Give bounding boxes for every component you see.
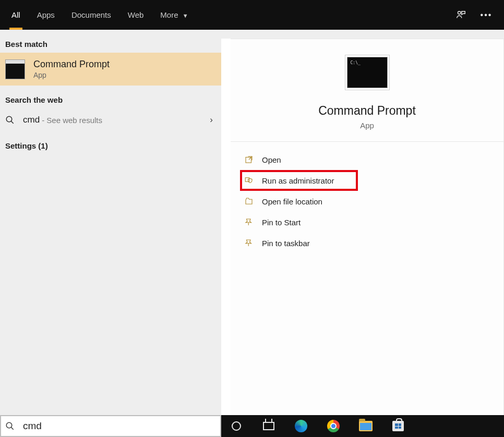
best-match-header: Best match — [0, 30, 221, 53]
web-result-row[interactable]: cmd - See web results › — [0, 108, 221, 131]
pin-icon — [244, 238, 262, 248]
command-prompt-icon — [5, 59, 25, 79]
action-open-location-label: Open file location — [262, 197, 322, 206]
best-match-result[interactable]: Command Prompt App — [0, 53, 221, 86]
best-match-title: Command Prompt — [33, 59, 110, 70]
actions-list: Open Run as administrator Open file loca… — [231, 142, 503, 253]
file-explorer-icon[interactable] — [357, 417, 375, 435]
chrome-icon[interactable] — [325, 417, 342, 435]
tab-web[interactable]: Web — [119, 0, 152, 30]
folder-icon — [244, 197, 262, 206]
tab-documents[interactable]: Documents — [63, 0, 119, 30]
action-pin-to-start[interactable]: Pin to Start — [242, 212, 503, 233]
action-open[interactable]: Open — [242, 149, 503, 170]
task-view-icon[interactable] — [260, 417, 278, 435]
tab-all[interactable]: All — [3, 0, 29, 30]
web-result-hint: - See web results — [42, 116, 102, 125]
search-icon — [5, 421, 15, 431]
search-filter-tabbar: All Apps Documents Web More ▼ ••• — [0, 0, 504, 30]
action-pin-start-label: Pin to Start — [262, 218, 301, 227]
action-pin-to-taskbar[interactable]: Pin to taskbar — [242, 233, 503, 253]
detail-title: Command Prompt — [318, 104, 416, 118]
svg-rect-3 — [245, 178, 249, 182]
web-result-query: cmd — [23, 115, 40, 125]
tab-more[interactable]: More ▼ — [152, 0, 196, 30]
action-run-as-administrator[interactable]: Run as administrator — [240, 170, 358, 191]
action-open-label: Open — [262, 155, 281, 164]
results-pane: Best match Command Prompt App Search the… — [0, 30, 221, 415]
detail-subtitle: App — [360, 121, 374, 130]
options-icon[interactable]: ••• — [480, 10, 493, 20]
action-pin-taskbar-label: Pin to taskbar — [262, 239, 310, 248]
taskbar-search-box[interactable] — [0, 415, 221, 437]
best-match-subtitle: App — [33, 71, 110, 79]
chevron-down-icon: ▼ — [183, 13, 188, 19]
pin-icon — [244, 217, 262, 227]
svg-point-4 — [6, 422, 12, 428]
shield-icon — [244, 176, 262, 185]
taskbar-search-input[interactable] — [23, 420, 216, 432]
action-open-file-location[interactable]: Open file location — [242, 191, 503, 212]
command-prompt-icon: C:\_ — [347, 57, 388, 88]
microsoft-store-icon[interactable] — [389, 417, 407, 435]
svg-point-1 — [6, 116, 12, 122]
action-run-admin-label: Run as administrator — [262, 176, 334, 185]
search-icon — [5, 115, 18, 125]
feedback-icon[interactable] — [455, 9, 467, 21]
tab-apps[interactable]: Apps — [29, 0, 63, 30]
edge-icon[interactable] — [292, 417, 310, 435]
chevron-right-icon: › — [210, 115, 215, 125]
tab-more-label: More — [160, 10, 178, 19]
detail-pane: C:\_ Command Prompt App Open Run as admi… — [231, 39, 504, 415]
cortana-icon[interactable] — [227, 417, 245, 435]
taskbar — [0, 415, 504, 437]
open-icon — [244, 155, 262, 164]
settings-header: Settings (1) — [0, 131, 221, 154]
search-web-header: Search the web — [0, 86, 221, 108]
svg-point-0 — [458, 11, 461, 14]
